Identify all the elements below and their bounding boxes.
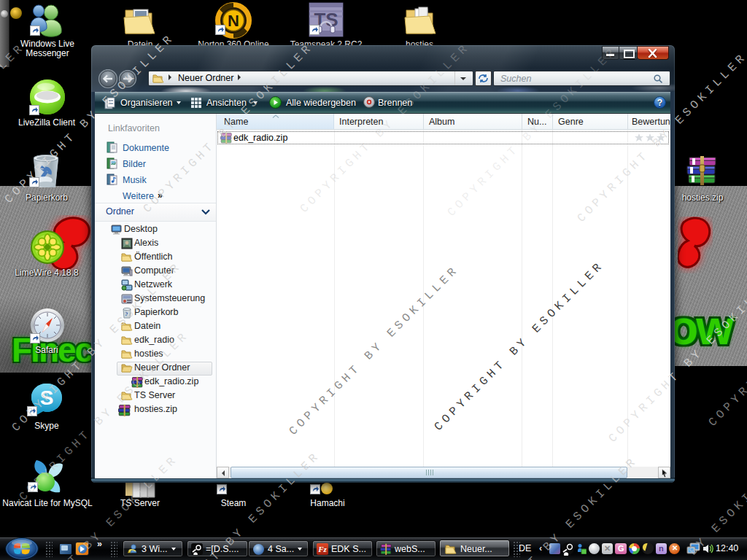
svg-text:S: S <box>40 386 54 409</box>
svg-text:?: ? <box>657 98 662 108</box>
svg-text:N: N <box>228 12 239 30</box>
